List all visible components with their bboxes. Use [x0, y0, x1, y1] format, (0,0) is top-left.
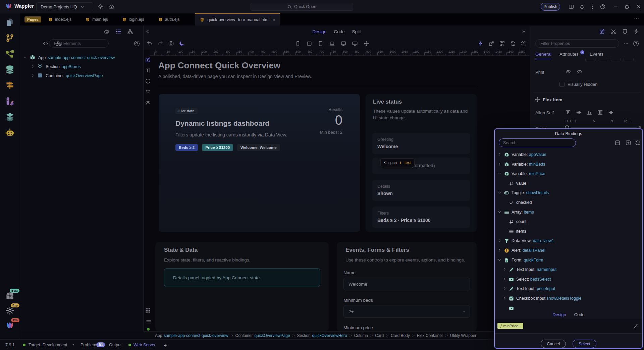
- redo-icon[interactable]: [158, 41, 163, 46]
- visibility-tool-icon[interactable]: [145, 100, 151, 106]
- git-icon[interactable]: [5, 33, 15, 43]
- breadcrumb-item[interactable]: Utility Wrapper: [450, 333, 476, 338]
- dark-mode-icon[interactable]: [179, 41, 185, 46]
- name-field[interactable]: Welcome: [343, 278, 470, 290]
- magnet-tool-icon[interactable]: [145, 89, 151, 95]
- chevron-right-icon[interactable]: [498, 248, 501, 252]
- chevron-right-icon[interactable]: [503, 296, 506, 300]
- text-tool-icon[interactable]: [145, 68, 151, 74]
- modal-code-tab[interactable]: Code: [574, 312, 585, 317]
- help-icon[interactable]: [600, 4, 605, 9]
- binding-tree-item[interactable]: Array: items: [495, 208, 642, 217]
- chevron-right-icon[interactable]: [31, 65, 35, 69]
- file-tab[interactable]: main.ejs: [78, 13, 115, 25]
- ai-chat-icon[interactable]: [104, 29, 110, 35]
- find-elements-input[interactable]: [49, 39, 109, 48]
- chevron-right-icon[interactable]: [498, 162, 501, 166]
- breadcrumb-item[interactable]: Flex Container: [417, 333, 443, 338]
- refresh-icon[interactable]: [510, 41, 516, 47]
- binding-tree-item[interactable]: Text Input: nameInput: [495, 265, 642, 275]
- binding-tree-item[interactable]: Select: bedsSelect: [495, 275, 642, 284]
- expand-panel-icon[interactable]: »: [522, 28, 525, 34]
- problems-button[interactable]: Problems: [80, 343, 98, 347]
- binding-tree-item[interactable]: Variable: minBeds: [495, 160, 642, 169]
- layers-icon[interactable]: [5, 111, 15, 122]
- output-button[interactable]: Output: [109, 343, 122, 347]
- extensions-icon[interactable]: Beta: [5, 290, 15, 301]
- file-tab[interactable]: login.ejs: [115, 13, 151, 25]
- free-resize-icon[interactable]: [364, 41, 369, 47]
- device-square-icon[interactable]: [307, 41, 312, 47]
- edit-element-icon[interactable]: [599, 29, 605, 35]
- tab-general[interactable]: General: [535, 52, 551, 57]
- binding-tree-item[interactable]: items: [495, 227, 642, 236]
- chevron-right-icon[interactable]: [503, 277, 506, 281]
- align-start-icon[interactable]: [566, 110, 571, 115]
- state-data-card[interactable]: State & Data Explore state, filters, and…: [155, 242, 329, 331]
- pages-badge[interactable]: Pages: [24, 16, 41, 22]
- cloud-sync-icon[interactable]: [109, 4, 114, 10]
- share-preview-icon[interactable]: [489, 41, 494, 47]
- bindings-search-input[interactable]: [499, 138, 576, 147]
- chevron-right-icon[interactable]: [498, 239, 501, 242]
- code-mode-tab[interactable]: Code: [334, 29, 344, 34]
- expand-all-icon[interactable]: [626, 140, 631, 145]
- undo-icon[interactable]: [147, 41, 153, 46]
- actions-bolt-icon[interactable]: [634, 29, 639, 35]
- expression-chip[interactable]: ƒ minPrice..: [497, 323, 523, 329]
- hero-chip[interactable]: Beds ≥ 2: [175, 144, 198, 151]
- tree-item-container[interactable]: Container quickOverviewPage: [20, 71, 143, 80]
- tab-events[interactable]: Events: [590, 52, 603, 57]
- expression-bar[interactable]: ƒ minPrice..: [495, 319, 642, 334]
- app-structure-icon[interactable]: [116, 29, 121, 35]
- edit-tool-icon[interactable]: [145, 57, 151, 63]
- grid-view-icon[interactable]: [145, 308, 151, 314]
- help-icon[interactable]: ?: [633, 41, 639, 46]
- close-button[interactable]: [636, 4, 641, 9]
- align-baseline-icon[interactable]: [608, 110, 613, 115]
- binding-tree-item[interactable]: Variable: minPrice: [495, 169, 642, 179]
- eye-icon[interactable]: [566, 69, 571, 75]
- min-price-item[interactable]: < span text (formatted): [372, 158, 470, 174]
- hero-chip[interactable]: Price ≥ $1200: [202, 144, 233, 151]
- binding-tree-item[interactable]: Checkbox Input showDetailsToggle: [495, 294, 642, 303]
- css-panel-icon[interactable]: [622, 29, 628, 35]
- design-mode-tab[interactable]: Design: [312, 29, 326, 34]
- webserver-tab[interactable]: Web Server: [133, 343, 156, 347]
- tree-item-section[interactable]: Section appStores: [20, 62, 143, 71]
- split-view-icon[interactable]: [569, 4, 574, 9]
- chevron-down-icon[interactable]: [23, 56, 28, 60]
- ai-assistant-icon[interactable]: [5, 127, 15, 138]
- modal-design-tab[interactable]: Design: [552, 312, 566, 317]
- beds-select[interactable]: 2+▾: [343, 305, 470, 318]
- dom-tree-icon[interactable]: [127, 29, 133, 35]
- magic-wand-icon[interactable]: [633, 324, 639, 329]
- publish-button[interactable]: Publish: [541, 3, 560, 11]
- device-tablet-icon[interactable]: [318, 41, 324, 47]
- breadcrumb-item[interactable]: Card Body: [391, 333, 410, 338]
- binding-tree-item[interactable]: Variable: appValue: [495, 150, 642, 160]
- minimize-button[interactable]: [613, 4, 618, 9]
- breadcrumb-item[interactable]: Card: [375, 333, 384, 338]
- align-end-icon[interactable]: [587, 110, 592, 115]
- chevron-down-icon[interactable]: [498, 191, 501, 194]
- device-phone-icon[interactable]: [295, 41, 301, 47]
- tree-item-app[interactable]: App sample-app-connect-quick-overview: [20, 53, 143, 62]
- binding-tree-item[interactable]: checked: [495, 198, 642, 208]
- live-status-card[interactable]: Live status These values update automati…: [366, 94, 477, 232]
- binding-tree-item[interactable]: Toggle: showDetails: [495, 188, 642, 198]
- binding-tree-item[interactable]: count: [495, 217, 642, 227]
- binding-tree-item[interactable]: Form: quickForm: [495, 255, 642, 265]
- slice-tool-icon[interactable]: [611, 29, 616, 35]
- greeting-item[interactable]: Greeting Welcome: [372, 133, 470, 154]
- live-actions-icon[interactable]: [478, 41, 484, 47]
- eye-slash-icon[interactable]: [577, 69, 583, 75]
- help-icon[interactable]: ?: [134, 41, 140, 46]
- breadcrumb-item[interactable]: Appsample-app-connect-quick-overview: [155, 333, 228, 338]
- chevron-down-icon[interactable]: [498, 258, 501, 262]
- visually-hidden-checkbox[interactable]: [559, 82, 565, 87]
- binding-tree-item[interactable]: [495, 303, 642, 310]
- details-item[interactable]: Details Shown: [372, 180, 470, 201]
- chevron-down-icon[interactable]: [498, 172, 501, 175]
- gear-icon[interactable]: [98, 4, 104, 10]
